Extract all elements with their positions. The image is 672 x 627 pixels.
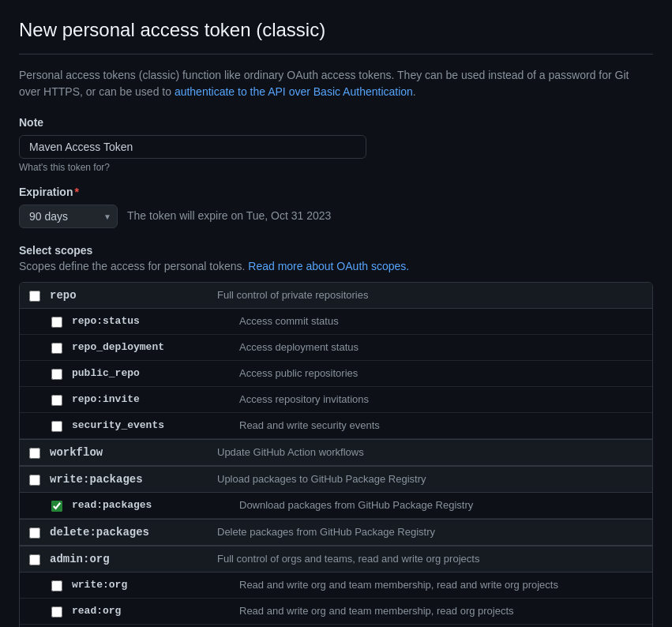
scope-name-read-org: read:org (72, 605, 230, 617)
scope-row-delete-packages: delete:packages Delete packages from Git… (20, 519, 652, 546)
scope-checkbox-repo[interactable] (29, 291, 40, 302)
scope-name-delete-packages: delete:packages (50, 526, 208, 539)
expiration-select-wrapper: 7 days 30 days 60 days 90 days Custom No… (19, 205, 118, 228)
scope-desc-admin-org: Full control of orgs and teams, read and… (217, 553, 643, 565)
note-label: Note (19, 116, 653, 129)
scope-checkbox-repo-status[interactable] (51, 317, 62, 328)
scope-name-write-packages: write:packages (50, 473, 208, 486)
scope-name-repo-deployment: repo_deployment (72, 341, 230, 353)
scope-row-read-packages: read:packages Download packages from Git… (20, 493, 652, 519)
scope-name-public-repo: public_repo (72, 367, 230, 379)
scope-row-security-events: security_events Read and write security … (20, 413, 652, 439)
note-hint: What's this token for? (19, 162, 653, 173)
scope-desc-public-repo: Access public repositories (239, 367, 643, 379)
scope-row-repo-deployment: repo_deployment Access deployment status (20, 335, 652, 361)
scope-desc-repo-invite: Access repository invitations (239, 393, 643, 405)
scope-checkbox-write-packages[interactable] (29, 475, 40, 486)
scope-name-workflow: workflow (50, 446, 208, 459)
scope-name-repo-status: repo:status (72, 315, 230, 327)
scope-checkbox-read-org[interactable] (51, 606, 62, 618)
scope-checkbox-repo-deployment[interactable] (51, 343, 62, 354)
scope-row-admin-org: admin:org Full control of orgs and teams… (20, 546, 652, 573)
scope-desc-repo-status: Access commit status (239, 315, 643, 327)
scope-row-workflow: workflow Update GitHub Action workflows (20, 439, 652, 466)
scope-row-public-repo: public_repo Access public repositories (20, 361, 652, 387)
scope-checkbox-repo-invite[interactable] (51, 395, 62, 406)
scope-desc-delete-packages: Delete packages from GitHub Package Regi… (217, 526, 643, 538)
scope-checkbox-write-org[interactable] (51, 580, 62, 591)
scope-name-security-events: security_events (72, 419, 230, 431)
scope-checkbox-security-events[interactable] (51, 421, 62, 432)
scope-name-admin-org: admin:org (50, 553, 208, 565)
scope-checkbox-admin-org[interactable] (29, 554, 40, 565)
scope-name-repo: repo (50, 289, 208, 302)
page-description: Personal access tokens (classic) functio… (19, 67, 653, 100)
scope-checkbox-read-packages[interactable] (51, 501, 62, 512)
scope-desc-repo-deployment: Access deployment status (239, 341, 643, 353)
scope-checkbox-delete-packages[interactable] (29, 528, 40, 539)
scopes-link[interactable]: Read more about OAuth scopes. (248, 260, 409, 272)
expiration-group: Expiration* 7 days 30 days 60 days 90 da… (19, 186, 653, 228)
expiration-note: The token will expire on Tue, Oct 31 202… (127, 209, 331, 222)
scope-checkbox-public-repo[interactable] (51, 369, 62, 380)
scopes-description: Scopes define the access for personal to… (19, 260, 653, 272)
scope-desc-read-org: Read and write org and team membership, … (239, 605, 643, 617)
scope-desc-security-events: Read and write security events (239, 419, 643, 431)
required-asterisk: * (74, 186, 78, 198)
scope-row-write-org: write:org Read and write org and team me… (20, 573, 652, 599)
scope-checkbox-workflow[interactable] (29, 448, 40, 459)
scope-row-repo-invite: repo:invite Access repository invitation… (20, 387, 652, 413)
note-group: Note What's this token for? (19, 116, 653, 173)
scope-name-read-packages: read:packages (72, 499, 230, 511)
api-auth-link[interactable]: authenticate to the API over Basic Authe… (175, 85, 413, 98)
scope-desc-repo: Full control of private repositories (217, 289, 643, 301)
scope-desc-read-packages: Download packages from GitHub Package Re… (239, 499, 643, 511)
expiration-select[interactable]: 7 days 30 days 60 days 90 days Custom No… (19, 205, 118, 228)
scopes-title: Select scopes (19, 244, 653, 257)
scope-desc-workflow: Update GitHub Action workflows (217, 446, 643, 458)
scope-row-read-org: read:org Read and write org and team mem… (20, 599, 652, 625)
scope-row-repo-status: repo:status Access commit status (20, 309, 652, 335)
scope-row-repo: repo Full control of private repositorie… (20, 283, 652, 309)
page-title: New personal access token (classic) (19, 19, 653, 41)
scopes-section: Select scopes Scopes define the access f… (19, 244, 653, 627)
scope-name-repo-invite: repo:invite (72, 393, 230, 405)
scope-row-write-packages: write:packages Upload packages to GitHub… (20, 466, 652, 493)
note-input[interactable] (19, 135, 366, 159)
expiration-label: Expiration* (19, 186, 118, 198)
scope-desc-write-packages: Upload packages to GitHub Package Regist… (217, 473, 643, 485)
scope-desc-write-org: Read and write org and team membership, … (239, 579, 643, 591)
scopes-table: repo Full control of private repositorie… (19, 282, 653, 627)
scope-name-write-org: write:org (72, 579, 230, 591)
